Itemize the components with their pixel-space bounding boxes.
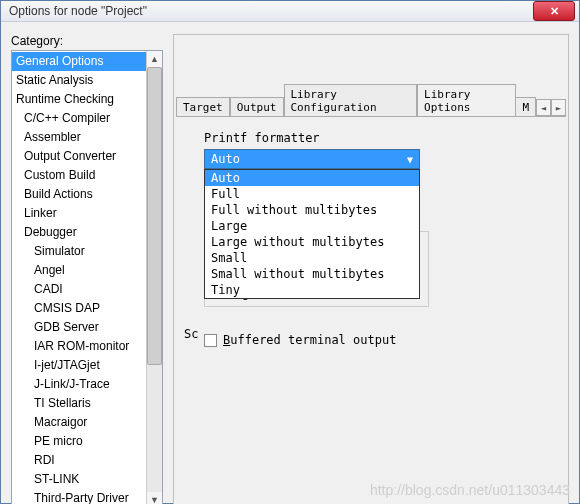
- category-item[interactable]: RDI: [12, 451, 146, 470]
- dropdown-item[interactable]: Full: [205, 186, 419, 202]
- close-button[interactable]: ✕: [533, 1, 575, 21]
- right-pane: TargetOutputLibrary ConfigurationLibrary…: [173, 34, 569, 504]
- category-item[interactable]: Linker: [12, 204, 146, 223]
- category-listbox[interactable]: General OptionsStatic AnalysisRuntime Ch…: [11, 50, 163, 504]
- dropdown-item[interactable]: Full without multibytes: [205, 202, 419, 218]
- scanf-label-fragment: Sc: [184, 327, 198, 341]
- category-label: Category:: [11, 34, 163, 48]
- window-title: Options for node "Project": [9, 4, 533, 18]
- chevron-down-icon: ▼: [407, 154, 413, 165]
- category-item[interactable]: Custom Build: [12, 166, 146, 185]
- dropdown-item[interactable]: Large: [205, 218, 419, 234]
- titlebar[interactable]: Options for node "Project" ✕: [1, 1, 579, 22]
- category-item[interactable]: CMSIS DAP: [12, 299, 146, 318]
- printf-formatter-group: Printf formatter Auto ▼ AutoFullFull wit…: [204, 131, 550, 169]
- dropdown-item[interactable]: Large without multibytes: [205, 234, 419, 250]
- tab[interactable]: Library Configuration: [284, 84, 418, 116]
- scroll-down-icon[interactable]: ▼: [147, 492, 162, 504]
- tab[interactable]: Output: [230, 97, 284, 116]
- category-item[interactable]: ST-LINK: [12, 470, 146, 489]
- scroll-up-icon[interactable]: ▲: [147, 51, 162, 67]
- category-item[interactable]: TI Stellaris: [12, 394, 146, 413]
- buffered-output-checkbox[interactable]: [204, 334, 217, 347]
- category-item[interactable]: Build Actions: [12, 185, 146, 204]
- dropdown-item[interactable]: Small: [205, 250, 419, 266]
- category-item[interactable]: I-jet/JTAGjet: [12, 356, 146, 375]
- category-item[interactable]: Simulator: [12, 242, 146, 261]
- dialog-body: Category: General OptionsStatic Analysis…: [1, 22, 579, 504]
- category-item[interactable]: Output Converter: [12, 147, 146, 166]
- scroll-track[interactable]: [147, 67, 162, 492]
- category-item[interactable]: General Options: [12, 52, 146, 71]
- tab-scroll-right-icon[interactable]: ►: [551, 99, 566, 116]
- dropdown-item[interactable]: Small without multibytes: [205, 266, 419, 282]
- category-item[interactable]: PE micro: [12, 432, 146, 451]
- buffered-output-label: Buffered terminal output: [223, 333, 396, 347]
- category-item[interactable]: IAR ROM-monitor: [12, 337, 146, 356]
- category-item[interactable]: Third-Party Driver: [12, 489, 146, 504]
- dialog-window: Options for node "Project" ✕ Category: G…: [0, 0, 580, 504]
- tab-library-options: Printf formatter Auto ▼ AutoFullFull wit…: [184, 119, 558, 498]
- tab[interactable]: Library Options: [417, 84, 516, 116]
- category-item[interactable]: Static Analysis: [12, 71, 146, 90]
- tabstrip: TargetOutputLibrary ConfigurationLibrary…: [176, 95, 566, 117]
- category-item[interactable]: J-Link/J-Trace: [12, 375, 146, 394]
- printf-formatter-dropdown[interactable]: AutoFullFull without multibytesLargeLarg…: [204, 169, 420, 299]
- tab[interactable]: Target: [176, 97, 230, 116]
- close-icon: ✕: [550, 5, 559, 18]
- category-item[interactable]: Assembler: [12, 128, 146, 147]
- category-item[interactable]: Angel: [12, 261, 146, 280]
- category-column: Category: General OptionsStatic Analysis…: [11, 34, 163, 504]
- category-item[interactable]: Macraigor: [12, 413, 146, 432]
- scroll-thumb[interactable]: [147, 67, 162, 365]
- dropdown-item[interactable]: Tiny: [205, 282, 419, 298]
- printf-combo-value: Auto: [211, 152, 240, 166]
- buffered-output-row[interactable]: Buffered terminal output: [204, 333, 550, 347]
- category-item[interactable]: Runtime Checking: [12, 90, 146, 109]
- category-item[interactable]: C/C++ Compiler: [12, 109, 146, 128]
- category-item[interactable]: GDB Server: [12, 318, 146, 337]
- printf-formatter-label: Printf formatter: [204, 131, 550, 145]
- printf-formatter-combo[interactable]: Auto ▼: [204, 149, 420, 169]
- category-item[interactable]: CADI: [12, 280, 146, 299]
- dropdown-item[interactable]: Auto: [205, 170, 419, 186]
- category-scrollbar[interactable]: ▲ ▼: [146, 51, 162, 504]
- tab-scroll-left-icon[interactable]: ◄: [536, 99, 551, 116]
- category-item[interactable]: Debugger: [12, 223, 146, 242]
- tab[interactable]: M: [516, 97, 536, 116]
